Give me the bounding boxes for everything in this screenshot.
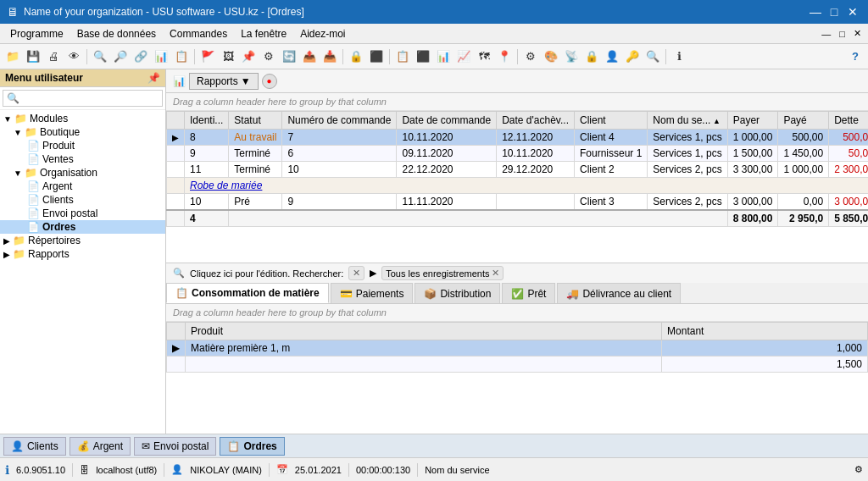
doc-icon: 📄 [27,140,40,152]
tool-key[interactable]: 🔒 [582,47,601,66]
sidebar-item-boutique[interactable]: ▼ 📁 Boutique [0,125,165,139]
tool-find[interactable]: 🔍 [643,47,662,66]
sidebar-item-clients[interactable]: 📄 Clients [0,193,165,207]
pin-icon[interactable]: 📌 [147,72,160,84]
tab-delivrance[interactable]: 🚚 Délivrance au client [557,283,681,303]
col-date-ach[interactable]: Date d'achèv... [497,112,575,130]
sidebar-item-envoi-postal[interactable]: 📄 Envoi postal [0,207,165,220]
sidebar-item-modules[interactable]: ▼ 📁 Modules [0,112,165,125]
tool-block[interactable]: ⬛ [367,47,386,66]
doc-icon: 📄 [27,180,40,192]
tool-upload[interactable]: 📤 [300,47,319,66]
tool-print[interactable]: 🖨 [44,47,63,66]
tool-flag[interactable]: 🚩 [198,47,217,66]
sidebar-item-repertoires[interactable]: ▶ 📁 Répertoires [0,234,165,247]
close-search-icon[interactable]: ✕ [353,268,360,279]
settings-icon[interactable]: ⚙ [854,464,863,475]
col-numero[interactable]: Numéro de commande [282,112,397,130]
sidebar-item-organisation[interactable]: ▼ 📁 Organisation [0,166,165,180]
task-ordres[interactable]: 📋 Ordres [220,437,284,456]
menu-fenetre[interactable]: La fenêtre [234,26,293,41]
close-button[interactable]: ✕ [844,3,861,20]
arrow-icon: ▶ [370,268,376,279]
tab-pret[interactable]: ✅ Prêt [502,283,555,303]
task-argent[interactable]: 💰 Argent [70,437,131,456]
col-nom-se[interactable]: Nom du se... [648,112,727,130]
tab-distribution[interactable]: 📦 Distribution [415,283,500,303]
win-close-button[interactable]: ✕ [850,26,865,41]
taskbar: 👤 Clients 💰 Argent ✉ Envoi postal 📋 Ordr… [0,434,868,457]
maximize-button[interactable]: □ [826,3,843,20]
table-row[interactable]: 10 Pré 9 11.11.2020 Client 3 Services 2,… [167,194,869,211]
tool-color[interactable]: 🎨 [542,47,560,66]
close-all-icon[interactable]: ✕ [492,268,499,279]
col-client[interactable]: Client [574,112,647,130]
tool-pin[interactable]: 📌 [239,47,258,66]
tool-user[interactable]: 👤 [603,47,621,66]
menu-aide[interactable]: Aidez-moi [293,26,352,41]
col-statut[interactable]: Statut [229,112,282,130]
tool-preview[interactable]: 👁 [64,47,83,66]
bottom-col-produit[interactable]: Produit [186,323,662,340]
tab-consommation[interactable]: 📋 Consommation de matière [166,283,329,303]
sidebar-item-rapports[interactable]: ▶ 📁 Rapports [0,247,165,261]
tool-line[interactable]: 📈 [454,47,473,66]
col-id[interactable]: Identi... [185,112,229,130]
tool-cfg[interactable]: ⚙ [521,47,540,66]
search-hint[interactable]: Cliquez ici pour l'édition. Rechercher: [190,268,343,279]
sidebar-item-argent[interactable]: 📄 Argent [0,180,165,193]
tool-open[interactable]: 📁 [3,47,22,66]
tool-map[interactable]: 🗺 [475,47,493,66]
tool-zoom[interactable]: 🔎 [111,47,130,66]
tool-info[interactable]: ℹ [670,47,688,66]
col-dette[interactable]: Dette [829,112,868,130]
col-payer[interactable]: Payer [727,112,778,130]
tool-link[interactable]: 🔗 [131,47,150,66]
tool-search[interactable]: 🔍 [91,47,109,66]
bottom-table-row[interactable]: 1,500 [167,357,868,373]
tool-chart[interactable]: 📊 [152,47,170,66]
col-paye[interactable]: Payé [778,112,829,130]
menu-commandes[interactable]: Commandes [163,26,234,41]
tool-help[interactable]: ? [846,47,865,66]
tool-clipboard[interactable]: 📋 [172,47,191,66]
bottom-col-montant[interactable]: Montant [662,323,868,340]
table-row[interactable]: 11 Terminé 10 22.12.2020 29.12.2020 Clie… [167,162,869,178]
tool-bar[interactable]: 📊 [434,47,453,66]
tool-sq[interactable]: ⬛ [414,47,432,66]
rapports-button[interactable]: Rapports ▼ [189,73,259,90]
tool-settings[interactable]: ⚙ [259,47,278,66]
tool-pass[interactable]: 🔑 [623,47,642,66]
tool-download[interactable]: 📥 [320,47,339,66]
group-row[interactable]: Robe de mariée [167,178,869,194]
stop-button[interactable]: ● [262,74,277,89]
col-date-cmd[interactable]: Date de commande [397,112,497,130]
bottom-drag-hint: Drag a column header here to group by th… [166,304,868,322]
sidebar-item-ordres[interactable]: 📄 Ordres [0,220,165,234]
tool-save[interactable]: 💾 [24,47,42,66]
table-row[interactable]: 9 Terminé 6 09.11.2020 10.11.2020 Fourni… [167,146,869,162]
sidebar-item-produit[interactable]: 📄 Produit [0,139,165,152]
win-minimize-button[interactable]: — [818,26,834,41]
sidebar-search-container: 🔍 [0,87,165,110]
bottom-table-row[interactable]: ▶ Matière première 1, m 1,000 [167,340,868,357]
menu-base-donnees[interactable]: Base de données [70,26,163,41]
tool-image[interactable]: 🖼 [219,47,237,66]
tab-paiements[interactable]: 💳 Paiements [331,283,414,303]
minimize-button[interactable]: — [807,3,824,20]
task-clients[interactable]: 👤 Clients [3,437,66,456]
win-restore-button[interactable]: □ [836,26,849,41]
tool-lock[interactable]: 🔒 [347,47,365,66]
table-row[interactable]: ▶ 8 Au travail 7 10.11.2020 12.11.2020 C… [167,130,869,146]
task-envoi[interactable]: ✉ Envoi postal [134,437,216,456]
tool-loc[interactable]: 📍 [495,47,514,66]
task-clients-label: Clients [27,440,58,452]
menu-bar: Programme Base de données Commandes La f… [0,24,868,44]
bottom-tabs: 📋 Consommation de matière 💳 Paiements 📦 … [166,283,868,304]
tool-table[interactable]: 📋 [393,47,412,66]
menu-programme[interactable]: Programme [3,26,70,41]
tool-rss[interactable]: 📡 [562,47,581,66]
cell-montant: 1,500 [662,357,868,373]
sidebar-item-ventes[interactable]: 📄 Ventes [0,152,165,166]
tool-refresh[interactable]: 🔄 [280,47,298,66]
